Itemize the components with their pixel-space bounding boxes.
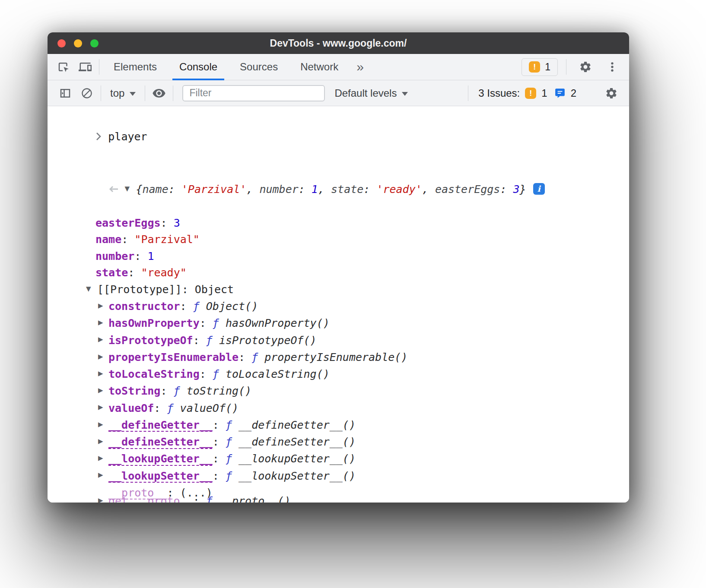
function-signature: __defineGetter__() [239,419,356,431]
prototype-label: [[Prototype]] [97,283,182,296]
titlebar[interactable]: DevTools - www.google.com/ [48,32,629,54]
console-settings-button[interactable] [601,83,622,104]
issues-counter-button[interactable]: ! 1 [522,58,558,76]
property-value: 1 [147,250,154,262]
close-window-button[interactable] [57,39,66,47]
traffic-lights [57,32,99,54]
inspect-element-button[interactable] [53,57,74,77]
property-row[interactable]: state: "ready" [48,265,629,281]
toolbar-separator [173,85,173,101]
prototype-member-row[interactable]: __defineSetter__: ƒ __defineSetter__() [48,434,629,451]
info-icon[interactable]: i [533,183,545,195]
panel-tabs: Elements Console Sources Network [102,54,350,80]
object-preview-row[interactable]: {name: 'Parzival', number: 1, state: 're… [48,165,629,215]
console-sidebar-toggle-button[interactable] [54,83,76,104]
object-preview[interactable]: {name: 'Parzival', number: 1, state: 're… [136,183,526,196]
prototype-row[interactable]: [[Prototype]]: Object [48,281,629,298]
collapse-caret-icon[interactable] [124,180,136,197]
issues-message-count: 2 [571,87,576,99]
console-input-text: player [108,130,147,143]
function-prefix: ƒ [226,419,239,431]
property-name: toLocaleString [108,368,200,380]
expand-caret-icon[interactable] [98,331,108,348]
property-name: __defineGetter__ [108,419,213,431]
function-prefix: ƒ [226,470,239,482]
function-signature: Object() [206,300,258,313]
filter-input[interactable] [182,85,325,101]
function-signature: valueOf() [180,402,239,414]
devtools-menu-button[interactable] [601,57,623,77]
property-value: "Parzival" [134,233,200,246]
function-prefix: ƒ [206,495,219,503]
function-prefix: ƒ [213,317,226,329]
prototype-member-row[interactable]: propertyIsEnumerable: ƒ propertyIsEnumer… [48,349,629,366]
property-name: name [95,233,121,246]
expand-caret-icon[interactable] [98,416,108,433]
prototype-member-row[interactable]: __lookupGetter__: ƒ __lookupGetter__() [48,451,629,468]
property-name: constructor [108,300,180,313]
property-row[interactable]: number: 1 [48,248,629,265]
issues-summary[interactable]: 3 Issues: ! 1 2 [471,87,583,99]
collapse-caret-icon[interactable] [86,281,97,297]
prototype-member-row[interactable]: __defineGetter__: ƒ __defineGetter__() [48,417,629,434]
property-name: propertyIsEnumerable [108,351,239,364]
expand-caret-icon[interactable] [98,399,108,416]
prototype-member-row[interactable]: __lookupSetter__: ƒ __lookupSetter__() [48,468,629,485]
minimize-window-button[interactable] [74,39,82,47]
live-expression-button[interactable] [148,83,170,104]
expand-caret-icon[interactable] [98,433,108,450]
execution-context-selector[interactable]: top [104,87,142,99]
window-title: DevTools - www.google.com/ [48,32,629,54]
tab-sources[interactable]: Sources [229,54,289,80]
function-signature: toLocaleString() [226,368,330,380]
function-prefix: ƒ [206,334,219,347]
console-input-echo[interactable]: player [48,112,629,162]
tab-console[interactable]: Console [168,54,229,80]
tab-elements[interactable]: Elements [102,54,168,80]
expand-caret-icon[interactable] [98,382,108,399]
function-signature: toString() [187,385,252,397]
gear-icon [605,87,618,100]
prototype-member-row[interactable]: toString: ƒ toString() [48,383,629,400]
warning-icon: ! [529,61,540,73]
device-toolbar-icon [79,60,92,73]
prototype-member-row[interactable]: get __proto__: ƒ __proto__() [48,493,98,501]
function-prefix: ƒ [167,402,180,414]
console-panel[interactable]: player {name: 'Parzival', number: 1, sta… [48,106,629,503]
prototype-member-row[interactable]: hasOwnProperty: ƒ hasOwnProperty() [48,315,629,332]
function-prefix: ƒ [251,351,264,364]
tab-network[interactable]: Network [289,54,350,80]
clear-console-button[interactable] [76,83,98,104]
devtools-tabbar: Elements Console Sources Network » ! 1 [48,54,629,80]
property-row[interactable]: easterEggs: 3 [48,215,629,232]
property-name: isPrototypeOf [108,334,193,347]
expand-caret-icon[interactable] [98,314,108,331]
more-tabs-button[interactable]: » [350,60,371,74]
prototype-member-row[interactable]: valueOf: ƒ valueOf() [48,400,629,417]
toolbar-separator [101,85,101,101]
double-chevron-icon: » [356,60,364,74]
expand-caret-icon[interactable] [98,467,108,484]
prototype-member-row[interactable]: toLocaleString: ƒ toLocaleString() [48,366,629,383]
inspect-cursor-icon [57,60,70,73]
prototype-member-row[interactable]: set __proto__: ƒ __proto__() [48,501,98,503]
prototype-children: constructor: ƒ Object()hasOwnProperty: ƒ… [48,298,629,503]
toolbar-separator [468,85,468,101]
chevron-down-icon [130,92,136,96]
zoom-window-button[interactable] [90,39,99,47]
device-toolbar-button[interactable] [74,57,96,77]
prototype-member-row[interactable]: constructor: ƒ Object() [48,298,629,315]
property-row[interactable]: name: "Parzival" [48,231,629,248]
expand-caret-icon[interactable] [98,500,108,503]
function-signature: __defineSetter__() [239,436,356,448]
prototype-member-row[interactable]: isPrototypeOf: ƒ isPrototypeOf() [48,332,629,349]
function-signature: __lookupGetter__() [239,452,356,465]
expand-caret-icon[interactable] [98,297,108,314]
property-name: hasOwnProperty [108,317,200,329]
expand-caret-icon[interactable] [98,365,108,382]
function-prefix: ƒ [226,452,239,465]
log-levels-selector[interactable]: Default levels [328,87,414,99]
settings-button[interactable] [575,57,596,77]
expand-caret-icon[interactable] [98,348,108,365]
expand-caret-icon[interactable] [98,450,108,467]
